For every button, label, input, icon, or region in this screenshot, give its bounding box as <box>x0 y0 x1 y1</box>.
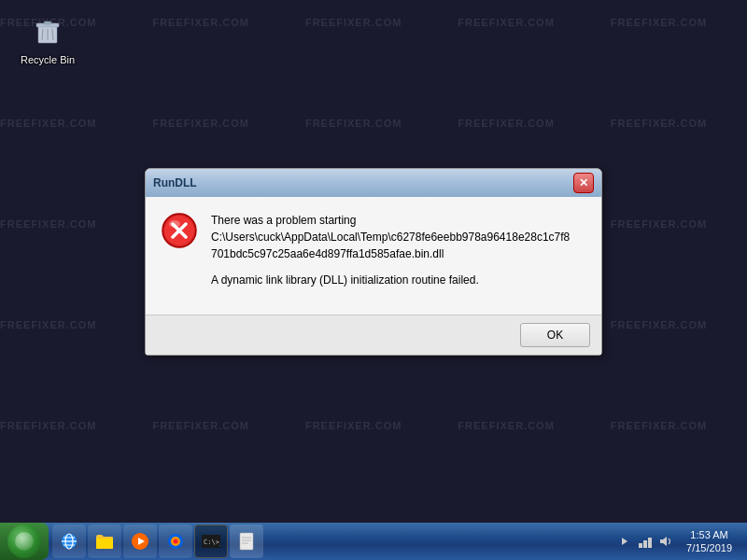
taskbar: C:\>_ <box>0 523 747 560</box>
dialog-secondary-message: A dynamic link library (DLL) initializat… <box>211 272 586 288</box>
dialog-main-message: There was a problem starting C:\Users\cu… <box>211 212 586 262</box>
desktop: FREEFIXER.COM FREEFIXER.COM FREEFIXER.CO… <box>0 0 747 560</box>
doc-logo <box>239 532 254 551</box>
svg-rect-29 <box>643 540 647 548</box>
firefox-logo <box>166 532 185 551</box>
tray-chevron-icon[interactable] <box>617 534 632 549</box>
taskbar-firefox-icon[interactable] <box>159 525 192 558</box>
dialog-title: RunDLL <box>153 176 197 189</box>
clock-time: 1:53 AM <box>686 528 732 541</box>
start-button[interactable] <box>0 523 49 560</box>
media-logo <box>131 532 149 551</box>
folder-logo <box>95 533 114 550</box>
modal-overlay: RunDLL ✕ <box>0 0 747 523</box>
taskbar-media-icon[interactable] <box>123 525 157 558</box>
dialog-message: There was a problem starting C:\Users\cu… <box>211 212 586 288</box>
start-orb-inner <box>15 532 34 551</box>
system-tray: 1:53 AM 7/15/2019 <box>610 523 747 560</box>
start-orb <box>7 525 41 558</box>
network-icon[interactable] <box>638 534 653 549</box>
error-icon <box>161 212 198 249</box>
taskbar-items: C:\>_ <box>49 523 610 560</box>
ie-logo <box>60 532 78 551</box>
clock[interactable]: 1:53 AM 7/15/2019 <box>679 528 740 555</box>
svg-text:C:\>_: C:\>_ <box>204 539 220 546</box>
svg-marker-27 <box>622 538 627 545</box>
dialog-body: There was a problem starting C:\Users\cu… <box>146 197 601 315</box>
dialog-close-button[interactable]: ✕ <box>573 173 594 193</box>
ok-button[interactable]: OK <box>520 323 590 347</box>
dialog-footer: OK <box>146 315 601 355</box>
svg-point-20 <box>174 539 178 544</box>
taskbar-doc-icon[interactable] <box>230 525 263 558</box>
volume-icon[interactable] <box>658 534 673 549</box>
svg-rect-28 <box>639 543 642 548</box>
svg-rect-30 <box>648 538 652 548</box>
taskbar-cmd-icon[interactable]: C:\>_ <box>194 525 228 558</box>
taskbar-ie-icon[interactable] <box>52 525 86 558</box>
dialog-content: There was a problem starting C:\Users\cu… <box>161 212 586 288</box>
dialog-titlebar: RunDLL ✕ <box>146 169 601 197</box>
svg-marker-31 <box>660 537 667 546</box>
svg-rect-23 <box>240 533 253 550</box>
clock-date: 7/15/2019 <box>686 541 732 554</box>
rundll-dialog: RunDLL ✕ <box>145 168 602 356</box>
taskbar-folder-icon[interactable] <box>88 525 121 558</box>
cmd-logo: C:\>_ <box>202 535 220 548</box>
